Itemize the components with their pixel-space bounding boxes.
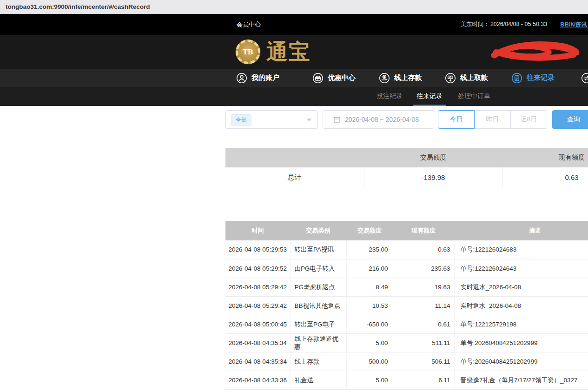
table-row: 2026-04-08 04:33:36礼金送5.006.11晋级逢7礼金（每月7… xyxy=(225,371,588,389)
top-bar-right: 美东时间：2026/04/08 - 05:50:33 BBIN资讯 xyxy=(460,14,587,35)
logo-bar: TB 通宝 xyxy=(0,35,588,69)
nav-item-my-account[interactable]: 我的账户 xyxy=(236,69,279,87)
table-cell: -235.00 xyxy=(346,240,393,259)
table-row: 2026-04-08 04:35:34线上存款500.00506.11单号:20… xyxy=(225,352,588,371)
table-cell: 500.00 xyxy=(346,352,393,371)
chevron-down-icon xyxy=(307,119,311,121)
table-cell: 转出至PA视讯 xyxy=(290,240,346,259)
nav-item-partial[interactable] xyxy=(581,69,588,87)
table-cell: BB视讯其他返点 xyxy=(290,296,346,315)
calendar-icon xyxy=(333,116,341,123)
col-header-time: 时间 xyxy=(225,221,290,240)
summary-balance-value: 0.63 xyxy=(502,167,588,188)
table-row: 2026-04-08 05:29:53转出至PA视讯-235.000.63单号:… xyxy=(225,240,588,259)
summary-header-balance: 现有额度 xyxy=(502,148,588,167)
nav-label: 我的账户 xyxy=(251,73,279,82)
summary-header-transaction: 交易额度 xyxy=(364,148,502,167)
table-cell: 2026-04-08 05:29:52 xyxy=(225,259,290,278)
summary-table: 交易额度 现有额度 总计 -139.98 0.63 xyxy=(225,148,588,188)
nav-label: 优惠中心 xyxy=(328,73,356,82)
nav-label: 往来记录 xyxy=(527,73,555,82)
table-cell: 单号:122125729198 xyxy=(454,315,588,333)
table-cell: 单号:122126024683 xyxy=(454,240,588,259)
server-time: 美东时间：2026/04/08 - 05:50:33 xyxy=(460,20,547,28)
type-select[interactable]: 全部 xyxy=(225,110,318,129)
gift-icon xyxy=(312,73,324,84)
nav-item-promotions[interactable]: 优惠中心 xyxy=(312,69,356,87)
table-cell: 2026-04-08 05:29:42 xyxy=(225,278,290,296)
summary-row: 总计 -139.98 0.63 xyxy=(225,167,588,188)
brand-name: 通宝 xyxy=(266,40,311,64)
top-bar: 会员中心 美东时间：2026/04/08 - 05:50:33 BBIN资讯 xyxy=(0,14,588,35)
col-header-summary: 摘要 xyxy=(454,221,588,240)
table-row: 2026-04-08 05:29:42BB视讯其他返点10.5311.14实时返… xyxy=(225,296,588,315)
table-cell: 0.63 xyxy=(393,240,454,259)
url-text: tongbao31.com:9900/infe/mcenter/#/cashRe… xyxy=(6,3,150,10)
table-cell: 线上存款 xyxy=(290,352,346,371)
today-button[interactable]: 今日 xyxy=(438,110,475,129)
table-cell: 由PG电子转入 xyxy=(290,259,346,278)
records-document-icon xyxy=(511,73,522,84)
subnav-item-bet-records[interactable]: 投注纪录 xyxy=(373,87,406,106)
date-range-picker[interactable]: 2026-04-08 ~ 2026-04-08 xyxy=(323,110,434,129)
table-cell: PG老虎机返点 xyxy=(290,278,346,296)
yesterday-button[interactable]: 昨日 xyxy=(474,110,511,129)
summary-total-label: 总计 xyxy=(225,167,364,188)
user-icon xyxy=(236,73,247,84)
table-cell: 10.53 xyxy=(346,296,393,315)
table-cell: 2026-04-08 05:00:45 xyxy=(225,315,290,333)
deposit-coin-icon xyxy=(379,73,390,84)
table-cell: 实时返水_2026-04-08 xyxy=(454,278,588,296)
quick-range-group: 今日 昨日 近8日 xyxy=(438,110,547,129)
server-time-value: 2026/04/08 - 05:50:33 xyxy=(490,21,547,27)
table-cell: 2026-04-08 05:29:53 xyxy=(225,240,290,259)
table-cell: 506.11 xyxy=(393,352,454,371)
table-cell: 2026-04-08 04:35:34 xyxy=(225,352,290,371)
subnav-item-processing-orders[interactable]: 处理中订单 xyxy=(454,87,494,106)
table-cell: 2026-04-08 05:29:42 xyxy=(225,296,290,315)
table-cell: 216.00 xyxy=(346,259,393,278)
table-row: 2026-04-08 05:29:42PG老虎机返点8.4919.63实时返水_… xyxy=(225,278,588,296)
table-cell: 晋级逢7礼金（每月7/17/27领工资）_0327 xyxy=(454,371,588,389)
summary-transaction-total: -139.98 xyxy=(364,167,502,188)
table-cell: 礼金送 xyxy=(290,371,346,389)
table-cell: 2026-04-08 04:33:36 xyxy=(225,371,290,389)
col-header-balance: 现有额度 xyxy=(393,221,454,240)
nav-item-online-withdraw[interactable]: 线上取款 xyxy=(445,69,488,87)
red-marker-scribble xyxy=(489,40,579,64)
table-cell: 19.63 xyxy=(393,278,454,296)
col-header-type: 交易类别 xyxy=(290,221,346,240)
date-range-value: 2026-04-08 ~ 2026-04-08 xyxy=(345,116,419,123)
member-center-link[interactable]: 会员中心 xyxy=(237,14,261,35)
transfer-arrows-icon xyxy=(581,73,588,84)
table-cell: 单号:122126024643 xyxy=(454,259,588,278)
subnav-item-cash-records[interactable]: 往来记录 xyxy=(413,87,446,106)
nav-item-records[interactable]: 往来记录 xyxy=(511,69,555,87)
withdraw-banknote-icon xyxy=(445,73,456,84)
table-cell: -650.00 xyxy=(346,315,393,333)
nav-item-online-deposit[interactable]: 线上存款 xyxy=(379,69,422,87)
table-cell: 单号:202604084251202999 xyxy=(454,352,588,371)
records-table-body: 2026-04-08 05:29:53转出至PA视讯-235.000.63单号:… xyxy=(225,240,588,389)
main-nav: 我的账户 优惠中心 线上存款 线上取款 往来记录 xyxy=(0,69,588,87)
table-row: 2026-04-08 05:00:45转出至PG电子-650.000.61单号:… xyxy=(225,315,588,333)
site-logo[interactable]: TB 通宝 xyxy=(236,40,311,64)
table-cell: 2026-04-08 04:35:34 xyxy=(225,333,290,352)
table-cell: 8.49 xyxy=(346,278,393,296)
table-cell: 转出至PG电子 xyxy=(290,315,346,333)
browser-url-bar[interactable]: tongbao31.com:9900/infe/mcenter/#/cashRe… xyxy=(0,0,588,14)
table-cell: 235.63 xyxy=(393,259,454,278)
table-cell: 511.11 xyxy=(393,333,454,352)
query-button[interactable]: 查询 xyxy=(552,110,588,129)
bbin-news-link[interactable]: BBIN资讯 xyxy=(560,20,587,29)
table-cell: 11.14 xyxy=(393,296,454,315)
table-cell: 0.61 xyxy=(393,315,454,333)
nav-label: 线上取款 xyxy=(460,73,488,82)
records-table: 时间 交易类别 交易额度 现有额度 摘要 2026-04-08 05:29:53… xyxy=(225,221,588,390)
nav-label: 线上存款 xyxy=(394,73,422,82)
table-row: 2026-04-08 04:35:34线上存款通道优惠5.00511.11单号:… xyxy=(225,333,588,352)
table-cell: 6.11 xyxy=(393,371,454,389)
sub-nav: 投注纪录 往来记录 处理中订单 xyxy=(0,87,588,106)
last-8-days-button[interactable]: 近8日 xyxy=(510,110,547,129)
col-header-amount: 交易额度 xyxy=(346,221,393,240)
